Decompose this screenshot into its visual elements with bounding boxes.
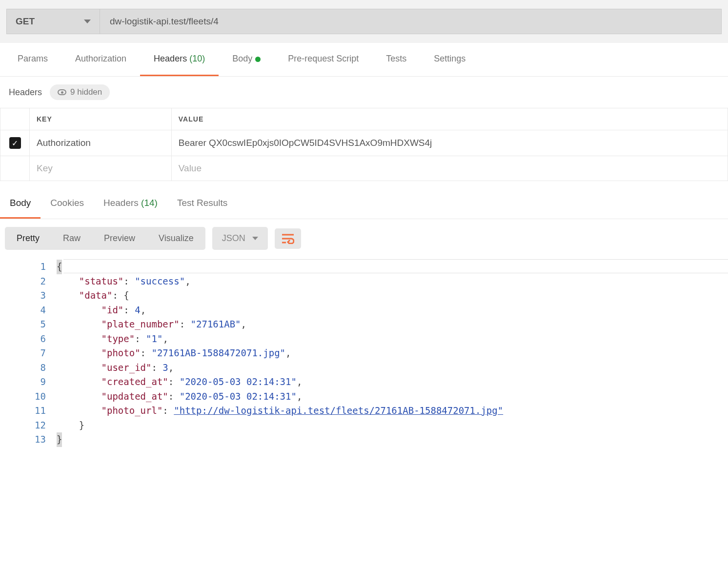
code-line: 1{ — [0, 260, 728, 274]
code-content: "user_id": 3, — [57, 361, 174, 375]
request-bar: GET dw-logistik-api.test/fleets/4 — [0, 0, 728, 43]
response-tab-test-results[interactable]: Test Results — [167, 189, 237, 219]
response-format-select[interactable]: JSON — [212, 227, 268, 250]
wrap-lines-button[interactable] — [275, 228, 301, 249]
header-key-cell[interactable]: Authorization — [30, 130, 172, 156]
header-enabled-checkbox[interactable]: ✓ — [9, 137, 21, 149]
header-value-input[interactable]: Value — [171, 156, 728, 181]
tab-body[interactable]: Body — [219, 43, 274, 76]
code-line: 6 "type": "1", — [0, 332, 728, 346]
tab-tests[interactable]: Tests — [372, 43, 420, 76]
wrap-lines-icon — [282, 233, 294, 244]
header-value-cell[interactable]: Bearer QX0cswIEp0xjs0IOpCW5ID4SVHS1AxO9m… — [171, 130, 728, 156]
code-content: "plate_number": "27161AB", — [57, 317, 246, 332]
view-preview-button[interactable]: Preview — [92, 227, 147, 250]
code-line: 11 "photo_url": "http://dw-logistik-api.… — [0, 404, 728, 418]
code-content: "created_at": "2020-05-03 02:14:31", — [57, 375, 302, 389]
code-content: } — [57, 418, 84, 433]
line-number: 10 — [0, 389, 57, 404]
code-line: 4 "id": 4, — [0, 303, 728, 318]
line-number: 13 — [0, 432, 57, 447]
code-line: 7 "photo": "27161AB-1588472071.jpg", — [0, 346, 728, 361]
code-line: 12 } — [0, 418, 728, 433]
code-content: "type": "1", — [57, 332, 168, 346]
line-number: 2 — [0, 274, 57, 289]
code-content: } — [57, 432, 62, 447]
code-line: 2 "status": "success", — [0, 274, 728, 289]
tab-settings[interactable]: Settings — [420, 43, 479, 76]
header-col-value: VALUE — [171, 108, 728, 130]
line-number: 1 — [0, 260, 57, 274]
tab-params[interactable]: Params — [4, 43, 61, 76]
header-col-checkbox — [0, 108, 30, 130]
line-number: 4 — [0, 303, 57, 318]
tab-authorization[interactable]: Authorization — [61, 43, 140, 76]
code-line: 9 "created_at": "2020-05-03 02:14:31", — [0, 375, 728, 389]
response-view-mode-group: Pretty Raw Preview Visualize — [5, 227, 205, 250]
line-number: 11 — [0, 404, 57, 418]
code-line: 5 "plate_number": "27161AB", — [0, 317, 728, 332]
response-tab-headers[interactable]: Headers (14) — [94, 189, 167, 219]
response-body-code[interactable]: 1{2 "status": "success",3 "data": {4 "id… — [0, 258, 728, 457]
view-raw-button[interactable]: Raw — [51, 227, 92, 250]
request-url-value: dw-logistik-api.test/fleets/4 — [110, 16, 219, 27]
chevron-down-icon — [252, 237, 258, 240]
response-toolbar: Pretty Raw Preview Visualize JSON — [0, 219, 728, 258]
line-number: 6 — [0, 332, 57, 346]
header-key-input[interactable]: Key — [30, 156, 172, 181]
line-number: 12 — [0, 418, 57, 433]
response-tabs: Body Cookies Headers (14) Test Results — [0, 189, 728, 219]
code-line: 8 "user_id": 3, — [0, 361, 728, 375]
code-line: 3 "data": { — [0, 288, 728, 303]
tab-headers[interactable]: Headers (10) — [140, 43, 219, 76]
chevron-down-icon — [84, 20, 91, 23]
line-number: 7 — [0, 346, 57, 361]
request-url-input[interactable]: dw-logistik-api.test/fleets/4 — [100, 9, 722, 34]
headers-table: KEY VALUE ✓ Authorization Bearer QX0cswI… — [0, 108, 728, 181]
code-content: "id": 4, — [57, 303, 146, 318]
line-number: 8 — [0, 361, 57, 375]
view-pretty-button[interactable]: Pretty — [5, 227, 51, 250]
headers-section-header: Headers 9 hidden — [0, 77, 728, 108]
code-content: "updated_at": "2020-05-03 02:14:31", — [57, 389, 302, 404]
request-tabs: Params Authorization Headers (10) Body P… — [0, 43, 728, 77]
line-number: 5 — [0, 317, 57, 332]
header-row: ✓ Authorization Bearer QX0cswIEp0xjs0IOp… — [0, 130, 728, 156]
dot-indicator-icon — [255, 57, 261, 62]
http-method-select[interactable]: GET — [6, 9, 100, 34]
code-line: 10 "updated_at": "2020-05-03 02:14:31", — [0, 389, 728, 404]
response-tab-body[interactable]: Body — [0, 189, 40, 219]
header-row-new: Key Value — [0, 156, 728, 181]
code-content: "data": { — [57, 288, 129, 303]
line-number: 3 — [0, 288, 57, 303]
code-content: "status": "success", — [57, 274, 191, 289]
http-method-value: GET — [16, 16, 35, 27]
hidden-headers-toggle[interactable]: 9 hidden — [50, 84, 110, 100]
headers-title: Headers — [9, 87, 42, 98]
view-visualize-button[interactable]: Visualize — [147, 227, 205, 250]
code-content: { — [57, 260, 62, 274]
response-tab-cookies[interactable]: Cookies — [40, 189, 94, 219]
header-col-key: KEY — [30, 108, 172, 130]
code-line: 13} — [0, 432, 728, 447]
line-number: 9 — [0, 375, 57, 389]
eye-icon — [58, 89, 66, 95]
code-content: "photo_url": "http://dw-logistik-api.tes… — [57, 404, 503, 418]
code-content: "photo": "27161AB-1588472071.jpg", — [57, 346, 291, 361]
tab-prerequest-script[interactable]: Pre-request Script — [274, 43, 372, 76]
